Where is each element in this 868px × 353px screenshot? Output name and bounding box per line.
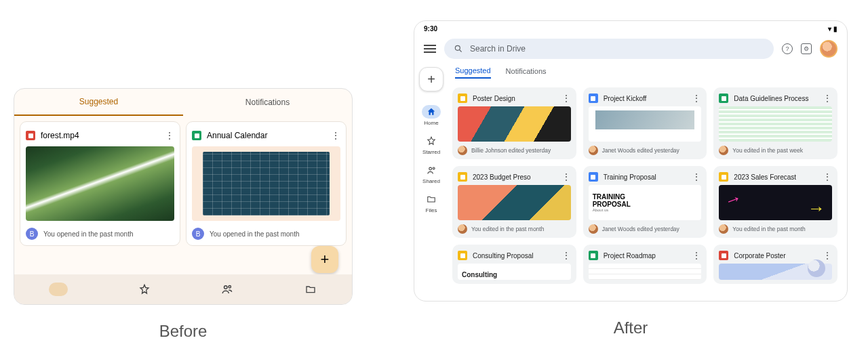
avatar bbox=[719, 224, 728, 234]
more-icon[interactable]: ⋮ bbox=[823, 93, 832, 104]
rail-files[interactable]: Files bbox=[414, 190, 448, 216]
avatar bbox=[719, 146, 728, 155]
sheets-icon bbox=[192, 131, 201, 140]
account-avatar[interactable] bbox=[820, 40, 837, 58]
svg-point-0 bbox=[224, 286, 228, 289]
slides-icon bbox=[458, 251, 467, 260]
rail-label: Starred bbox=[422, 149, 440, 155]
file-caption: Janet Woods edited yesterday bbox=[602, 226, 679, 232]
file-card[interactable]: 2023 Budget Preso⋮ You edited in the pas… bbox=[452, 166, 576, 238]
file-card[interactable]: 2023 Sales Forecast⋮ You edited in the p… bbox=[713, 166, 837, 238]
file-card[interactable]: forest.mp4 ⋮ B You opened in the past mo… bbox=[20, 121, 180, 246]
star-icon bbox=[422, 134, 441, 148]
avatar bbox=[458, 224, 467, 234]
more-icon[interactable]: ⋮ bbox=[692, 171, 701, 182]
tab-suggested[interactable]: Suggested bbox=[14, 89, 183, 116]
rail-starred[interactable]: Starred bbox=[414, 131, 448, 158]
avatar bbox=[458, 146, 467, 155]
after-tabs: Suggested Notifications bbox=[452, 63, 837, 82]
rail-home[interactable]: Home bbox=[414, 102, 448, 129]
file-thumbnail bbox=[458, 185, 571, 220]
after-panel: 9:30 ▾ ▮ Search in Drive ? ⚙ + Home bbox=[414, 20, 848, 302]
search-placeholder: Search in Drive bbox=[470, 44, 526, 54]
before-label: Before bbox=[159, 322, 208, 341]
nav-rail: + Home Starred Shared Files bbox=[414, 63, 448, 301]
sheets-icon bbox=[719, 94, 728, 103]
new-button[interactable]: + bbox=[419, 67, 443, 91]
file-thumbnail: Consulting bbox=[458, 264, 571, 280]
new-button[interactable]: + bbox=[311, 246, 338, 273]
file-title: Poster Design bbox=[473, 95, 515, 102]
file-title: Consulting Proposal bbox=[473, 252, 534, 259]
status-time: 9:30 bbox=[424, 25, 437, 33]
star-icon[interactable] bbox=[138, 283, 151, 296]
more-icon[interactable]: ⋮ bbox=[823, 171, 832, 182]
file-thumbnail bbox=[589, 106, 702, 142]
help-icon[interactable]: ? bbox=[782, 43, 793, 54]
menu-icon[interactable] bbox=[424, 45, 436, 53]
home-icon[interactable] bbox=[49, 283, 68, 296]
more-icon[interactable]: ⋮ bbox=[692, 93, 701, 104]
file-title: Corporate Poster bbox=[734, 252, 785, 259]
more-icon[interactable]: ⋮ bbox=[823, 250, 832, 261]
rail-label: Home bbox=[424, 120, 438, 126]
tab-notifications[interactable]: Notifications bbox=[506, 67, 547, 78]
files-icon bbox=[422, 192, 441, 206]
rail-shared[interactable]: Shared bbox=[414, 161, 448, 187]
more-icon[interactable]: ⋮ bbox=[165, 130, 174, 141]
file-thumbnail bbox=[589, 264, 702, 280]
more-icon[interactable]: ⋮ bbox=[692, 250, 701, 261]
home-icon bbox=[422, 105, 441, 119]
file-card[interactable]: Training Proposal⋮ TRAININGPROPOSALAbout… bbox=[583, 166, 707, 238]
file-thumbnail bbox=[719, 185, 832, 220]
file-card[interactable]: Project Kickoff⋮ Janet Woods edited yest… bbox=[583, 87, 707, 159]
bottom-nav bbox=[14, 274, 352, 304]
file-card[interactable]: Data Guidelines Process⋮ You edited in t… bbox=[713, 87, 837, 159]
file-caption: You edited in the past month bbox=[471, 226, 544, 232]
file-title: Training Proposal bbox=[604, 173, 656, 181]
file-card[interactable]: Consulting Proposal⋮ Consulting bbox=[452, 245, 576, 284]
more-icon[interactable]: ⋮ bbox=[561, 250, 571, 261]
file-title: 2023 Budget Preso bbox=[473, 173, 531, 181]
video-icon bbox=[26, 131, 35, 140]
sheets-icon bbox=[589, 251, 598, 260]
more-icon[interactable]: ⋮ bbox=[331, 130, 340, 141]
search-input[interactable]: Search in Drive bbox=[444, 39, 774, 59]
file-title: Annual Calendar bbox=[207, 131, 267, 140]
more-icon[interactable]: ⋮ bbox=[561, 93, 571, 104]
before-tabs: Suggested Notifications bbox=[14, 89, 352, 116]
tab-suggested[interactable]: Suggested bbox=[455, 66, 491, 79]
slides-icon bbox=[458, 172, 467, 182]
rail-label: Shared bbox=[422, 178, 440, 184]
file-title: Project Kickoff bbox=[604, 95, 647, 102]
file-card[interactable]: Corporate Poster⋮ bbox=[713, 245, 837, 284]
settings-icon[interactable]: ⚙ bbox=[801, 43, 812, 54]
battery-icon: ▮ bbox=[833, 25, 837, 33]
docs-icon bbox=[589, 94, 598, 103]
file-thumbnail bbox=[192, 146, 340, 221]
rail-label: Files bbox=[426, 207, 437, 213]
svg-point-3 bbox=[429, 167, 431, 170]
shared-icon bbox=[422, 163, 441, 177]
file-caption: You edited in the past week bbox=[732, 147, 803, 154]
more-icon[interactable]: ⋮ bbox=[561, 171, 571, 182]
svg-point-4 bbox=[433, 167, 435, 169]
file-caption: You opened in the past month bbox=[210, 230, 300, 238]
search-icon bbox=[454, 44, 463, 54]
file-card[interactable]: Poster Design⋮ Billie Johnson edited yes… bbox=[452, 87, 576, 159]
file-title: Data Guidelines Process bbox=[734, 95, 808, 102]
tab-notifications[interactable]: Notifications bbox=[183, 89, 352, 116]
docs-icon bbox=[589, 172, 598, 182]
file-title: 2023 Sales Forecast bbox=[734, 173, 796, 181]
file-thumbnail: TRAININGPROPOSALAbout us bbox=[589, 185, 702, 220]
file-thumbnail bbox=[458, 106, 571, 142]
file-card[interactable]: Annual Calendar ⋮ B You opened in the pa… bbox=[186, 121, 347, 246]
avatar bbox=[589, 224, 598, 234]
drawing-icon bbox=[719, 251, 728, 260]
shared-icon[interactable] bbox=[220, 283, 234, 296]
svg-point-1 bbox=[229, 286, 231, 288]
files-icon[interactable] bbox=[304, 283, 317, 296]
wifi-icon: ▾ bbox=[828, 25, 831, 33]
status-bar: 9:30 ▾ ▮ bbox=[414, 21, 847, 36]
file-card[interactable]: Project Roadmap⋮ bbox=[583, 245, 707, 284]
